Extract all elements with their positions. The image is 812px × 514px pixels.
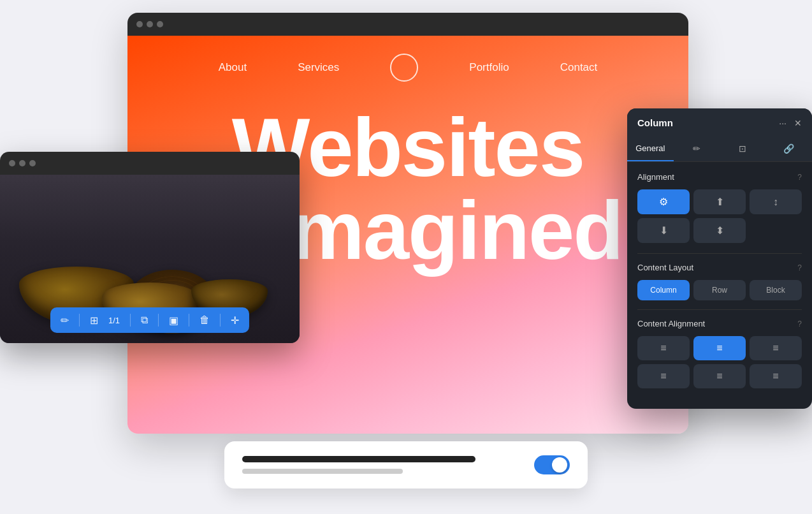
nav-bar: About Services Portfolio Contact xyxy=(127,36,688,94)
toolbar-divider-4 xyxy=(189,314,189,327)
tab-style[interactable]: ✏ xyxy=(674,137,720,161)
browser-dot-1 xyxy=(136,21,143,27)
alignment-label: Alignment ? xyxy=(637,172,802,182)
content-layout-help-icon[interactable]: ? xyxy=(797,263,802,272)
edit-icon[interactable]: ✏ xyxy=(61,314,69,327)
style-icon: ✏ xyxy=(693,143,700,154)
toggle-card xyxy=(224,441,588,488)
divider-2 xyxy=(637,309,802,310)
align-btn-settings[interactable]: ⚙ xyxy=(637,189,690,214)
toggle-line1 xyxy=(242,456,475,462)
layout-block-btn[interactable]: Block xyxy=(750,280,802,300)
content-alignment-grid: ≡ ≡ ≡ ≡ ≡ ≡ xyxy=(637,336,802,388)
layout-icon: ⊡ xyxy=(739,143,746,154)
content-layout-buttons: Column Row Block xyxy=(637,280,802,300)
content-layout-text: Content Layout xyxy=(637,263,693,272)
tab-general-label: General xyxy=(635,143,665,153)
panel-tabs: General ✏ ⊡ 🔗 xyxy=(627,137,812,162)
content-align-ml[interactable]: ≡ xyxy=(637,364,690,388)
align-btn-bottom[interactable]: ⬇ xyxy=(637,218,690,243)
content-align-tl[interactable]: ≡ xyxy=(637,336,690,360)
content-align-tr[interactable]: ≡ xyxy=(750,336,802,360)
content-align-mc[interactable]: ≡ xyxy=(693,364,746,388)
panel-header: Column ··· ✕ xyxy=(627,108,812,137)
img-dot-3 xyxy=(29,160,36,166)
toggle-text-area xyxy=(242,456,534,474)
delete-icon[interactable]: 🗑 xyxy=(199,314,210,326)
align-btn-top[interactable]: ⬆ xyxy=(693,189,746,214)
toolbar-divider-1 xyxy=(79,314,80,327)
copy-icon[interactable]: ⧉ xyxy=(141,314,148,326)
panel-more-icon[interactable]: ··· xyxy=(779,118,787,128)
link-icon: 🔗 xyxy=(783,143,794,154)
img-dot-2 xyxy=(19,160,25,166)
stamp-icon[interactable]: ▣ xyxy=(169,314,178,327)
panel-title: Column xyxy=(637,117,673,128)
toggle-switch[interactable] xyxy=(534,455,570,474)
content-alignment-label: Content Alignment ? xyxy=(637,319,802,328)
alignment-help-icon[interactable]: ? xyxy=(797,173,802,182)
layout-column-btn[interactable]: Column xyxy=(637,280,690,300)
tab-general[interactable]: General xyxy=(627,137,674,161)
content-alignment-help-icon[interactable]: ? xyxy=(797,319,802,328)
divider-1 xyxy=(637,253,802,254)
alignment-grid: ⚙ ⬆ ↕ ⬇ ⬍ xyxy=(637,189,802,243)
content-alignment-text: Content Alignment xyxy=(637,319,705,328)
toolbar-divider-3 xyxy=(158,314,159,327)
panel-actions: ··· ✕ xyxy=(779,118,802,128)
nav-contact[interactable]: Contact xyxy=(560,61,598,74)
move-icon[interactable]: ✛ xyxy=(231,314,239,327)
tab-layout[interactable]: ⊡ xyxy=(720,137,766,161)
layout-row-btn[interactable]: Row xyxy=(693,280,746,300)
content-align-tc[interactable]: ≡ xyxy=(693,336,746,360)
panel-body: Alignment ? ⚙ ⬆ ↕ ⬇ ⬍ Content Layout ? C… xyxy=(627,162,812,409)
img-dot-1 xyxy=(9,160,15,166)
main-browser-bar xyxy=(127,13,688,36)
image-card: ✏ ⊞ 1/1 ⧉ ▣ 🗑 ✛ xyxy=(0,152,300,343)
panel-close-icon[interactable]: ✕ xyxy=(794,118,802,128)
frame-icon[interactable]: ⊞ xyxy=(90,314,98,327)
nav-services[interactable]: Services xyxy=(298,61,339,74)
nav-logo xyxy=(390,54,418,82)
content-align-mr[interactable]: ≡ xyxy=(750,364,802,388)
alignment-text: Alignment xyxy=(637,172,674,182)
browser-dot-3 xyxy=(157,21,163,27)
toolbar-divider-5 xyxy=(220,314,221,327)
column-panel: Column ··· ✕ General ✏ ⊡ 🔗 Alignment ? ⚙… xyxy=(627,108,812,409)
tab-link[interactable]: 🔗 xyxy=(766,137,813,161)
toggle-knob xyxy=(552,457,567,473)
browser-dot-2 xyxy=(147,21,153,27)
toolbar-counter: 1/1 xyxy=(108,316,120,325)
content-layout-label: Content Layout ? xyxy=(637,263,802,272)
image-browser-bar xyxy=(0,152,300,175)
editor-toolbar: ✏ ⊞ 1/1 ⧉ ▣ 🗑 ✛ xyxy=(50,307,249,333)
align-btn-stretch[interactable]: ⬍ xyxy=(693,218,746,243)
align-btn-center-h[interactable]: ↕ xyxy=(750,189,802,214)
toolbar-divider-2 xyxy=(130,314,131,327)
image-inner: ✏ ⊞ 1/1 ⧉ ▣ 🗑 ✛ xyxy=(0,175,300,343)
nav-about[interactable]: About xyxy=(219,61,247,74)
nav-portfolio[interactable]: Portfolio xyxy=(469,61,509,74)
toggle-line2 xyxy=(242,469,403,474)
